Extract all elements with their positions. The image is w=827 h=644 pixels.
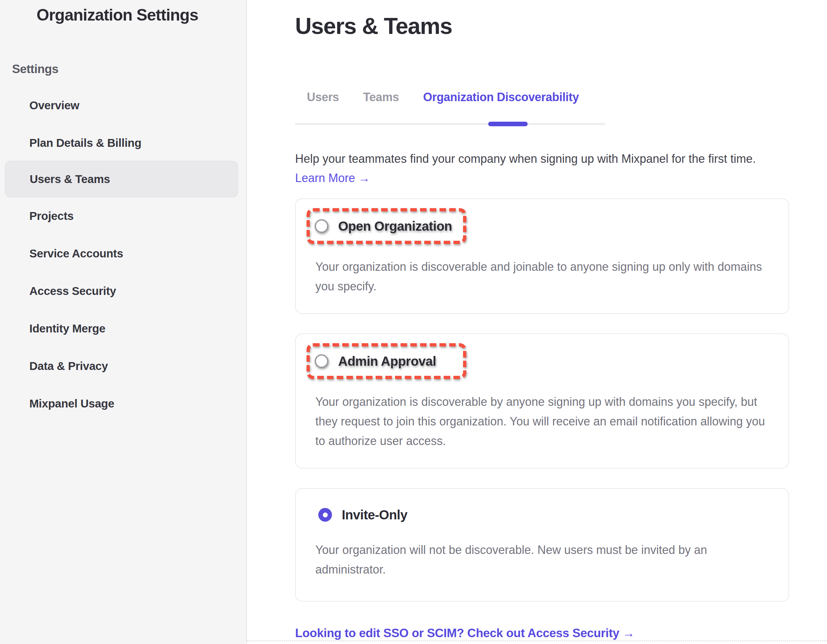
radio-open-organization[interactable]: [315, 219, 328, 233]
option-row: Admin Approval: [315, 353, 436, 369]
option-label-open-organization[interactable]: Open Organization: [338, 218, 452, 234]
settings-sidebar: Organization Settings Settings Overview …: [0, 0, 247, 644]
active-tab-indicator: [488, 122, 527, 126]
sidebar-item-overview[interactable]: Overview: [0, 98, 246, 113]
red-dashed-annotation-highlight: Open Organization: [307, 208, 467, 244]
sidebar-item-access-security[interactable]: Access Security: [0, 284, 246, 298]
option-description: Your organization is discoverable and jo…: [315, 257, 769, 296]
option-card-invite-only: Invite-Only Your organization will not b…: [295, 488, 789, 602]
sidebar-title: Organization Settings: [0, 0, 246, 25]
sidebar-item-users-teams[interactable]: Users & Teams: [5, 161, 238, 197]
radio-admin-approval[interactable]: [315, 354, 328, 368]
learn-more-link[interactable]: Learn More →: [295, 170, 370, 185]
option-card-open-organization: Open Organization Your organization is d…: [295, 199, 789, 314]
tab-teams[interactable]: Teams: [351, 90, 411, 123]
sidebar-item-service-accounts[interactable]: Service Accounts: [0, 246, 246, 261]
sidebar-item-projects[interactable]: Projects: [0, 209, 246, 223]
page-title: Users & Teams: [295, 0, 789, 39]
sidebar-item-mixpanel-usage[interactable]: Mixpanel Usage: [0, 396, 246, 411]
option-row: Invite-Only: [307, 498, 769, 523]
access-security-link[interactable]: Looking to edit SSO or SCIM? Check out A…: [295, 626, 635, 641]
sidebar-item-plan-details-billing[interactable]: Plan Details & Billing: [0, 136, 246, 150]
tab-organization-discoverability[interactable]: Organization Discoverability: [411, 90, 591, 123]
sidebar-section-label: Settings: [12, 62, 246, 77]
sidebar-item-data-privacy[interactable]: Data & Privacy: [0, 359, 246, 373]
option-label-admin-approval[interactable]: Admin Approval: [338, 353, 436, 369]
option-row: Open Organization: [315, 218, 452, 234]
option-label-invite-only[interactable]: Invite-Only: [342, 507, 407, 523]
radio-invite-only-selected[interactable]: [318, 508, 332, 522]
red-dashed-annotation-highlight: Admin Approval: [307, 343, 467, 379]
intro-text: Help your teammates find your company wh…: [295, 151, 789, 166]
tab-bar: Users Teams Organization Discoverability: [295, 90, 605, 125]
option-description: Your organization will not be discoverab…: [315, 540, 769, 584]
tab-users[interactable]: Users: [295, 90, 351, 123]
sidebar-nav: Settings Overview Plan Details & Billing…: [0, 62, 246, 411]
sidebar-item-identity-merge[interactable]: Identity Merge: [0, 321, 246, 336]
main-content: Users & Teams Users Teams Organization D…: [247, 0, 827, 644]
option-card-admin-approval: Admin Approval Your organization is disc…: [295, 333, 789, 469]
option-description: Your organization is discoverable by any…: [315, 392, 769, 451]
bottom-divider: [247, 641, 827, 641]
